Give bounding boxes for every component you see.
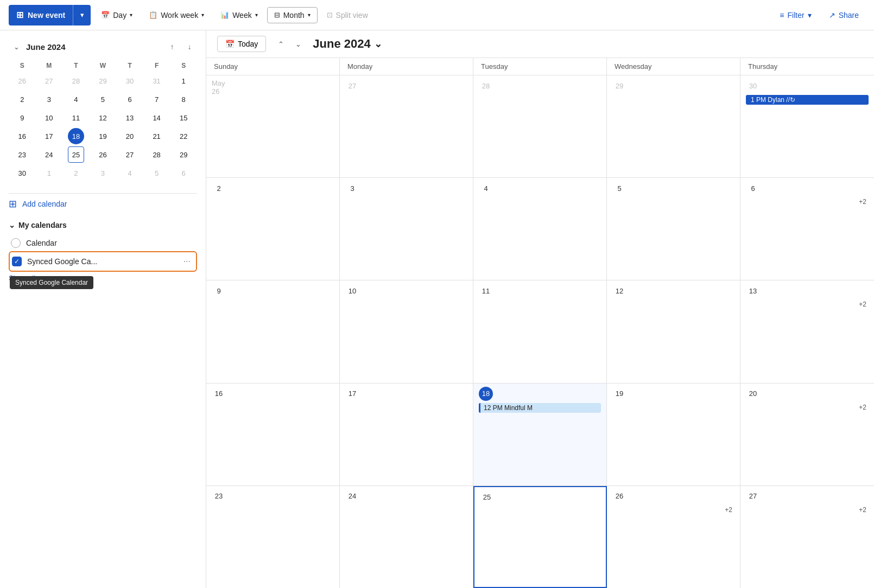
cal-cell-5[interactable]: 5: [607, 178, 740, 280]
cal-cell-9[interactable]: 9: [206, 280, 340, 382]
new-event-dropdown-arrow[interactable]: ▾: [73, 11, 91, 19]
mini-cal-day-26[interactable]: 26: [14, 73, 30, 89]
cal-cell-May-26[interactable]: May 26: [206, 75, 340, 177]
mini-cal-day-8[interactable]: 8: [175, 91, 192, 107]
cal-cell-20[interactable]: 20+2: [740, 384, 874, 485]
calendar-item-calendar[interactable]: Calendar: [9, 235, 197, 251]
mini-cal-day-3[interactable]: 3: [94, 165, 111, 181]
event-more[interactable]: +2: [746, 506, 869, 514]
calendar-checkbox-synced_google[interactable]: ✓: [12, 257, 22, 266]
filter-chevron-icon: ▾: [808, 11, 812, 20]
mini-cal-day-29[interactable]: 29: [175, 146, 192, 163]
add-calendar-row[interactable]: ⊞ Add calendar: [9, 193, 197, 214]
cal-dow-sunday: Sunday: [206, 58, 340, 75]
mini-cal-day-11[interactable]: 11: [68, 110, 84, 126]
mini-cal-day-20[interactable]: 20: [122, 128, 138, 144]
mini-cal-next-button[interactable]: ↓: [182, 39, 197, 54]
view-btn-week[interactable]: 📊 Week ▾: [213, 7, 265, 23]
mini-cal-day-15[interactable]: 15: [175, 110, 192, 126]
cal-cell-27[interactable]: 27: [340, 75, 473, 177]
mini-cal-day-13[interactable]: 13: [122, 110, 138, 126]
event-more[interactable]: +2: [746, 300, 869, 309]
mini-cal-day-4[interactable]: 4: [122, 165, 138, 181]
cal-cell-19[interactable]: 19: [607, 384, 740, 485]
mini-cal-day-24[interactable]: 24: [41, 146, 57, 163]
mini-cal-day-9[interactable]: 9: [14, 110, 30, 126]
prev-month-button[interactable]: ⌃: [273, 36, 289, 52]
event-more[interactable]: +2: [746, 403, 869, 412]
mini-cal-day-19[interactable]: 19: [94, 128, 111, 144]
mini-cal-day-28[interactable]: 28: [68, 73, 84, 89]
mini-cal-day-4[interactable]: 4: [68, 91, 84, 107]
cal-cell-23[interactable]: 23: [206, 486, 340, 588]
calendar-item-synced_google[interactable]: ✓Synced Google Ca...···Synced Google Cal…: [9, 251, 197, 272]
cal-cell-3[interactable]: 3: [340, 178, 473, 280]
mini-cal-day-2[interactable]: 2: [14, 91, 30, 107]
mini-cal-day-30[interactable]: 30: [14, 165, 30, 181]
mini-cal-day-22[interactable]: 22: [175, 128, 192, 144]
mini-cal-day-27[interactable]: 27: [41, 73, 57, 89]
mini-cal-day-7[interactable]: 7: [149, 91, 165, 107]
mini-cal-day-25[interactable]: 25: [68, 146, 84, 163]
mini-cal-day-27[interactable]: 27: [122, 146, 138, 163]
mini-cal-day-1[interactable]: 1: [175, 73, 192, 89]
view-btn-month[interactable]: ⊟ Month ▾: [267, 7, 318, 23]
mini-cal-prev-button[interactable]: ↑: [164, 39, 180, 54]
next-month-button[interactable]: ⌄: [290, 36, 306, 52]
mini-cal-day-26[interactable]: 26: [94, 146, 111, 163]
view-btn-day[interactable]: 📅 Day ▾: [94, 7, 140, 23]
month-title[interactable]: June 2024 ⌄: [313, 37, 382, 51]
mini-cal-day-5[interactable]: 5: [94, 91, 111, 107]
view-btn-work_week[interactable]: 📋 Work week ▾: [142, 7, 211, 23]
mini-cal-collapse-button[interactable]: ⌄: [9, 39, 24, 54]
new-event-button[interactable]: ⊞ New event ▾: [9, 5, 91, 25]
cal-cell-26[interactable]: 26+2: [607, 486, 740, 588]
cal-cell-29[interactable]: 29: [607, 75, 740, 177]
mini-cal-day-10[interactable]: 10: [41, 110, 57, 126]
my-calendars-header[interactable]: ⌄ My calendars: [9, 221, 197, 229]
mini-cal-day-14[interactable]: 14: [149, 110, 165, 126]
cal-cell-13[interactable]: 13+2: [740, 280, 874, 382]
mini-cal-day-6[interactable]: 6: [175, 165, 192, 181]
cal-cell-10[interactable]: 10: [340, 280, 473, 382]
share-button[interactable]: ↗ Share: [822, 8, 865, 23]
calendar-more-synced_google[interactable]: ···: [180, 255, 194, 267]
mini-cal-day-12[interactable]: 12: [94, 110, 111, 126]
cal-cell-11[interactable]: 11: [473, 280, 607, 382]
mini-cal-day-18[interactable]: 18: [68, 128, 84, 144]
cal-cell-6[interactable]: 6+2: [740, 178, 874, 280]
mini-cal-day-16[interactable]: 16: [14, 128, 30, 144]
cal-cell-2[interactable]: 2: [206, 178, 340, 280]
mini-cal-day-2[interactable]: 2: [68, 165, 84, 181]
cal-cell-25[interactable]: 25: [473, 486, 607, 588]
mini-cal-day-29[interactable]: 29: [94, 73, 111, 89]
mini-cal-day-30[interactable]: 30: [122, 73, 138, 89]
new-event-label-area[interactable]: ⊞ New event: [9, 5, 73, 25]
cal-cell-24[interactable]: 24: [340, 486, 473, 588]
mini-cal-day-17[interactable]: 17: [41, 128, 57, 144]
event-pill[interactable]: 1 PM Dylan //↻: [746, 95, 869, 105]
cal-cell-30[interactable]: 301 PM Dylan //↻: [740, 75, 874, 177]
event-pill[interactable]: 12 PM Mindful M: [479, 403, 601, 413]
filter-label: Filter: [788, 11, 805, 20]
mini-cal-day-5[interactable]: 5: [149, 165, 165, 181]
cal-cell-27[interactable]: 27+2: [740, 486, 874, 588]
mini-cal-day-3[interactable]: 3: [41, 91, 57, 107]
mini-cal-day-6[interactable]: 6: [122, 91, 138, 107]
calendar-checkbox-calendar[interactable]: [11, 238, 21, 248]
cal-cell-16[interactable]: 16: [206, 384, 340, 485]
mini-cal-day-21[interactable]: 21: [149, 128, 165, 144]
cal-cell-18[interactable]: 1812 PM Mindful M: [473, 384, 607, 485]
cal-cell-17[interactable]: 17: [340, 384, 473, 485]
cal-cell-28[interactable]: 28: [473, 75, 607, 177]
cal-cell-12[interactable]: 12: [607, 280, 740, 382]
mini-cal-day-1[interactable]: 1: [41, 165, 57, 181]
mini-cal-day-23[interactable]: 23: [14, 146, 30, 163]
filter-button[interactable]: ≡ Filter ▾: [773, 8, 818, 23]
event-more[interactable]: +2: [612, 506, 734, 514]
today-button[interactable]: 📅 Today: [217, 36, 266, 52]
event-more[interactable]: +2: [746, 197, 869, 206]
mini-cal-day-28[interactable]: 28: [149, 146, 165, 163]
cal-cell-4[interactable]: 4: [473, 178, 607, 280]
mini-cal-day-31[interactable]: 31: [149, 73, 165, 89]
